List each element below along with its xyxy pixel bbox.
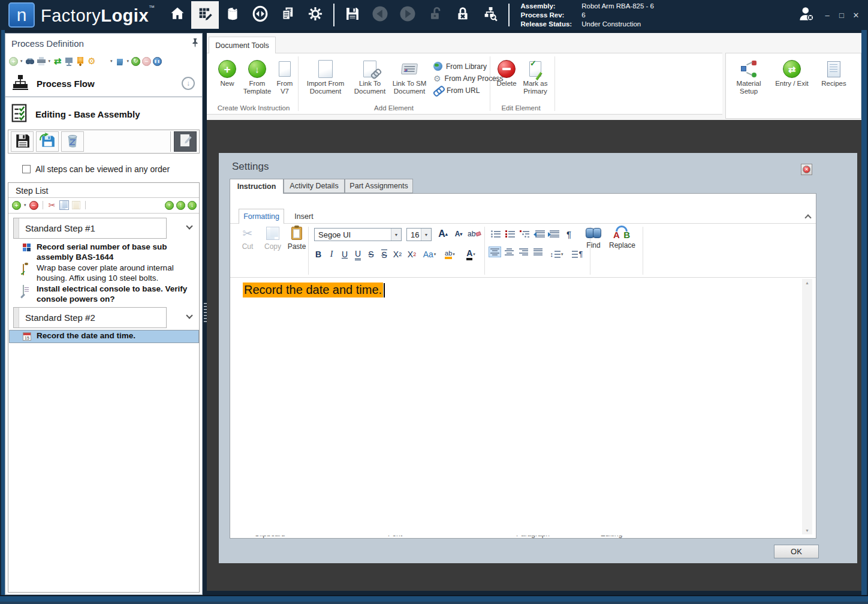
increase-indent-button[interactable] (548, 227, 561, 241)
remove-step-button[interactable]: − (29, 201, 38, 210)
pause-button[interactable]: ❚❚ (153, 57, 162, 66)
new-instruction-button[interactable]: + New (214, 58, 240, 88)
settings-button[interactable] (302, 1, 329, 29)
production-button[interactable] (246, 1, 274, 29)
from-url-item[interactable]: From URL (433, 86, 504, 95)
font-color-button[interactable]: A▾ (463, 248, 480, 261)
process-flow-row[interactable]: Process Flow ↓ (5, 71, 202, 96)
from-template-button[interactable]: ↓ From Template (240, 58, 274, 95)
presentation-button[interactable] (64, 56, 74, 66)
replace-button[interactable]: AB Replace (607, 227, 638, 250)
drag-grip[interactable] (14, 308, 19, 327)
minimize-button[interactable]: – (820, 7, 834, 23)
paragraph-direction-button[interactable]: ¶ (569, 248, 585, 261)
move-up-button[interactable]: ↑ (176, 201, 185, 210)
home-button[interactable] (164, 1, 191, 29)
insert-activity-button[interactable]: + (165, 201, 174, 210)
change-case-button[interactable]: Aa▾ (421, 248, 439, 261)
activity-row-selected[interactable]: 15 Record the date and time. (9, 330, 199, 343)
align-right-button[interactable] (519, 248, 528, 256)
export-dropdown-icon[interactable]: ▾ (110, 59, 113, 64)
process-audit-button[interactable] (477, 1, 504, 29)
edit-mode-button[interactable] (174, 131, 197, 152)
activity-row[interactable]: Record serial number of base sub assembl… (10, 242, 198, 262)
highlighted-text[interactable]: Record the date and time. (243, 283, 383, 298)
copy-button[interactable]: Copy (261, 227, 284, 251)
discard-trash-button[interactable] (61, 131, 84, 152)
logout-user-button[interactable] (792, 1, 820, 29)
paragraph-mark-button[interactable]: ¶ (562, 227, 575, 241)
tab-document-tools[interactable]: Document Tools (209, 37, 276, 53)
add-dropdown-icon[interactable]: ▾ (20, 59, 23, 64)
clear-formatting-button[interactable]: ab (468, 227, 481, 241)
grow-font-button[interactable]: A▴ (436, 227, 450, 241)
process-engineering-button[interactable] (191, 1, 219, 29)
double-underline-button[interactable]: U (351, 248, 364, 261)
lock-check-out-button[interactable] (449, 1, 477, 29)
close-button[interactable]: ✕ (849, 7, 863, 23)
link-to-sm-document-button[interactable]: Link To SM Document (389, 58, 430, 95)
material-bin-button[interactable] (219, 1, 246, 29)
from-any-process-item[interactable]: ⚙From Any Process (433, 74, 504, 83)
paste-step-button[interactable] (71, 200, 81, 210)
editor-scrollbar[interactable]: ▲▼ (802, 279, 812, 534)
scroll-up-icon[interactable]: ▲ (805, 281, 809, 285)
link-to-document-button[interactable]: Link To Document (351, 58, 389, 95)
underline-button[interactable]: U (338, 248, 351, 261)
sync-button[interactable]: ⇄ (53, 56, 62, 66)
tab-formatting[interactable]: Formatting (239, 209, 284, 224)
align-left-button[interactable] (489, 247, 501, 257)
from-library-item[interactable]: From Library (433, 62, 504, 71)
copy-step-button[interactable] (59, 200, 69, 210)
export-button[interactable] (98, 56, 108, 66)
find-button[interactable] (25, 56, 35, 66)
add-button[interactable]: + (9, 57, 18, 66)
archive-bucket-button[interactable]: ↑ (115, 56, 125, 66)
bold-button[interactable]: B (312, 248, 325, 261)
justify-button[interactable] (534, 248, 542, 256)
double-strikethrough-button[interactable]: S (378, 248, 391, 261)
add-step-dropdown-icon[interactable]: ▾ (24, 203, 26, 208)
alerts-bell-icon[interactable] (76, 56, 85, 66)
entry-exit-button[interactable]: ⇄ Entry / Exit (770, 58, 813, 88)
unlock-button[interactable] (421, 1, 449, 29)
any-order-option[interactable]: All steps can be viewed in any order (22, 164, 170, 174)
any-order-checkbox[interactable] (22, 165, 31, 173)
tab-part-assignments[interactable]: Part Assignments (345, 179, 413, 193)
font-name-select[interactable]: Segoe UI▼ (314, 228, 402, 241)
from-v7-button[interactable]: From V7 (274, 58, 296, 95)
collapse-ribbon-chevron-icon[interactable] (804, 214, 811, 221)
cut-step-button[interactable]: ✂ (47, 200, 57, 210)
documents-button[interactable] (274, 1, 302, 29)
back-button[interactable] (366, 1, 394, 29)
maximize-button[interactable]: □ (834, 7, 849, 23)
activity-row[interactable]: Wrap base cover plate around internal ho… (10, 263, 198, 283)
save-button[interactable] (339, 1, 366, 29)
remove-button[interactable]: − (142, 57, 151, 66)
refresh-button[interactable]: ↻ (131, 57, 140, 66)
mark-as-primary-button[interactable]: ✓ Mark as Primary (520, 58, 551, 95)
scroll-down-icon[interactable]: ▼ (805, 528, 809, 533)
save-document-button[interactable] (11, 131, 34, 152)
dropdown-arrow-icon[interactable]: ▼ (391, 229, 401, 241)
subscript-button[interactable]: X2 (405, 248, 418, 261)
print-dropdown-icon[interactable]: ▾ (49, 59, 51, 64)
cut-button[interactable]: ✂ Cut (236, 227, 259, 251)
tab-activity-details[interactable]: Activity Details (284, 179, 345, 193)
recipes-button[interactable]: Recipes (817, 58, 851, 88)
step-header-1[interactable]: Standard Step #1 (13, 218, 167, 239)
ok-button[interactable]: OK (774, 545, 819, 558)
paste-button[interactable]: Paste (285, 227, 308, 251)
move-down-button[interactable]: ↓ (188, 201, 197, 210)
step-collapse-chevron-icon[interactable] (186, 312, 192, 318)
superscript-button[interactable]: X2 (391, 248, 404, 261)
import-from-document-button[interactable]: Import From Document (303, 58, 348, 95)
print-button[interactable] (37, 56, 46, 66)
dropdown-arrow-icon[interactable]: ▼ (421, 229, 431, 241)
collapse-down-icon[interactable]: ↓ (182, 77, 195, 90)
multilevel-list-button[interactable] (518, 227, 531, 241)
process-settings-gear-icon[interactable]: ⚙ (87, 56, 97, 66)
bullet-list-button[interactable] (489, 227, 502, 241)
line-spacing-button[interactable]: ↕▾ (548, 248, 566, 261)
shrink-font-button[interactable]: A▾ (452, 227, 465, 241)
